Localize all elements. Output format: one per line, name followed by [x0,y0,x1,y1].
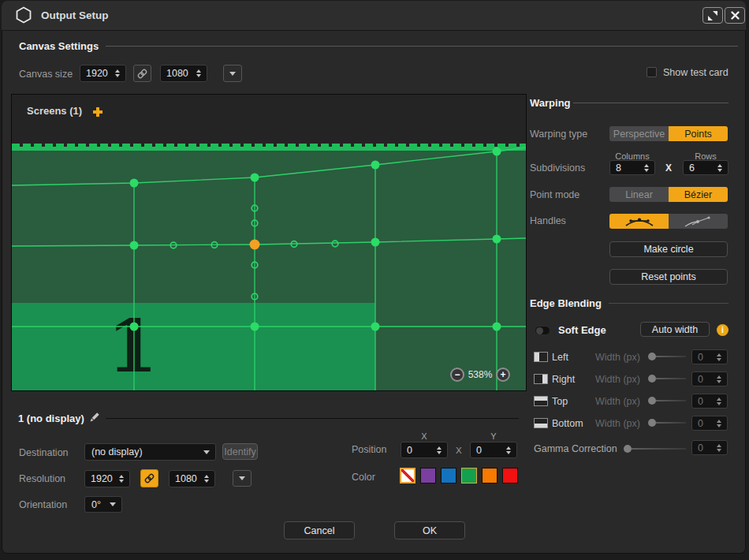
color-swatch-orange[interactable] [482,468,497,483]
resolution-preset-dropdown[interactable] [233,470,252,487]
top-width-label: Width (px) [595,396,640,407]
handles-smooth-button[interactable] [609,214,669,229]
right-edge-label: Right [552,374,575,385]
auto-width-button[interactable]: Auto width [640,322,710,337]
point-mode-toggle: Linear Bézier [609,187,728,202]
right-width-input[interactable]: 0 [691,371,728,386]
selected-warp-point[interactable] [250,240,260,250]
subdivisions-label: Subdivisions [530,162,585,174]
chevron-down-icon [229,72,236,76]
bottom-width-slider-track[interactable] [656,422,686,424]
canvas-height-arrows[interactable] [193,69,204,77]
right-width-arrows[interactable] [714,375,725,383]
position-label: Position [352,444,386,455]
smooth-handles-icon [624,215,655,227]
warping-type-points[interactable]: Points [669,126,728,141]
destination-value: (no display) [85,446,203,457]
zoom-out-button[interactable]: − [450,368,464,382]
point-mode-bezier[interactable]: Bézier [669,187,728,202]
position-x-input[interactable]: 0 [401,442,448,458]
cancel-button[interactable]: Cancel [284,521,355,539]
orientation-dropdown[interactable]: 0° [84,496,122,513]
rows-input[interactable]: 6 [683,160,729,175]
screen-fill-light [12,303,375,390]
right-width-slider[interactable] [648,375,656,383]
broken-handles-icon [683,215,714,227]
warping-type-perspective[interactable]: Perspective [609,126,669,141]
bottom-width-arrows[interactable] [714,420,725,427]
warping-divider [573,103,729,103]
app-icon [16,6,32,24]
reset-points-button[interactable]: Reset points [609,269,728,285]
canvas-width-input[interactable]: 1920 [80,65,126,82]
gamma-input[interactable]: 0 [691,440,728,455]
zoom-in-button[interactable]: + [496,368,510,382]
show-test-card-checkbox[interactable] [647,67,657,77]
left-width-value: 0 [692,352,714,363]
left-width-input[interactable]: 0 [691,349,728,364]
canvas-size-link-button[interactable] [133,65,151,82]
ok-button[interactable]: OK [394,521,465,539]
left-edge-icon [534,352,548,362]
screen-top-edge [12,147,526,151]
color-swatch-none[interactable] [400,468,415,483]
top-width-slider-track[interactable] [656,400,686,401]
warp-grid[interactable]: 1 [12,143,526,390]
position-y-input[interactable]: 0 [470,442,517,458]
gamma-slider-track[interactable] [632,448,686,450]
color-swatch-purple[interactable] [420,468,436,483]
make-circle-button[interactable]: Make circle [609,241,728,257]
columns-input[interactable]: 8 [609,160,655,175]
identify-button[interactable]: Identify [222,443,258,460]
position-x-arrows[interactable] [434,446,445,454]
bottom-edge-icon [534,418,548,428]
gamma-slider[interactable] [624,445,632,453]
resize-icon [708,11,717,21]
toggle-knob [536,327,543,334]
color-swatch-blue[interactable] [441,468,456,483]
canvas-settings-divider [106,46,738,47]
columns-value: 8 [610,162,641,174]
color-swatch-green[interactable] [461,468,477,483]
left-width-arrows[interactable] [714,353,725,361]
top-width-input[interactable]: 0 [691,394,728,409]
resolution-width-input[interactable]: 1920 [84,470,130,487]
point-mode-linear[interactable]: Linear [609,187,669,202]
resolution-height-arrows[interactable] [201,475,212,483]
top-width-arrows[interactable] [714,398,725,405]
soft-edge-toggle[interactable] [535,326,550,335]
resize-button[interactable] [702,7,723,24]
handles-broken-button[interactable] [669,214,728,229]
right-width-slider-track[interactable] [656,378,686,379]
bottom-width-value: 0 [692,418,714,429]
top-width-slider[interactable] [648,397,656,405]
resolution-link-button[interactable] [140,469,158,487]
left-width-slider-track[interactable] [656,356,686,357]
resolution-width-arrows[interactable] [116,475,127,483]
destination-dropdown[interactable]: (no display) [84,443,216,461]
canvas-viewport[interactable]: Screens (1) 1 [11,94,527,391]
bottom-width-label: Width (px) [595,418,640,429]
resolution-height-input[interactable]: 1080 [169,470,215,487]
canvas-size-label: Canvas size [19,69,73,80]
close-button[interactable] [725,7,745,24]
destination-label: Destination [19,447,69,458]
resolution-height-value: 1080 [170,473,201,484]
position-y-arrows[interactable] [503,446,514,454]
bottom-width-slider[interactable] [648,419,656,427]
warping-type-label: Warping type [530,129,587,140]
add-screen-button[interactable] [92,106,103,118]
edit-pencil-icon[interactable] [88,412,100,424]
gamma-arrows[interactable] [714,444,725,452]
left-width-slider[interactable] [648,353,656,360]
bottom-width-input[interactable]: 0 [691,416,728,431]
canvas-height-input[interactable]: 1080 [160,65,207,82]
canvas-size-preset-dropdown[interactable] [223,65,242,82]
color-swatch-red[interactable] [502,468,518,483]
info-icon[interactable]: i [717,324,729,336]
columns-arrows[interactable] [641,164,652,172]
zoom-level: 538% [465,369,495,380]
canvas-width-arrows[interactable] [112,69,123,77]
right-edge-icon [534,374,548,384]
rows-arrows[interactable] [714,164,725,172]
